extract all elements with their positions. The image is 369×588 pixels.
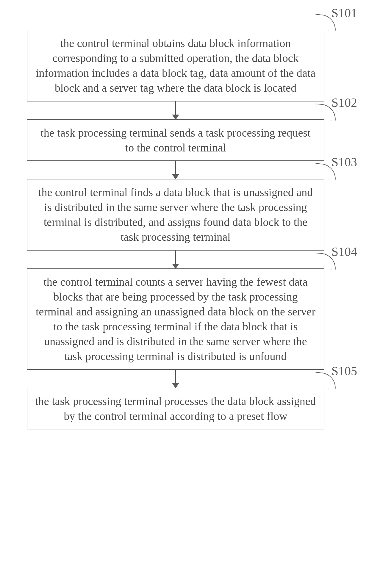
step-text: the control terminal obtains data block … xyxy=(36,37,315,94)
step-text: the task processing terminal sends a tas… xyxy=(40,126,311,154)
arrow-down-icon xyxy=(175,370,176,388)
flowchart: S101 the control terminal obtains data b… xyxy=(27,30,324,429)
step-box: the task processing terminal processes t… xyxy=(27,388,324,429)
step-s102: S102 the task processing terminal sends … xyxy=(27,119,324,161)
step-s104: S104 the control terminal counts a serve… xyxy=(27,268,324,370)
step-text: the task processing terminal processes t… xyxy=(35,395,316,422)
step-box: the control terminal obtains data block … xyxy=(27,30,324,101)
step-s103: S103 the control terminal finds a data b… xyxy=(27,179,324,251)
step-label: S105 xyxy=(332,364,357,378)
step-label: S103 xyxy=(332,155,357,169)
arrow-down-icon xyxy=(175,101,176,119)
arrow-down-icon xyxy=(175,161,176,179)
step-text: the control terminal counts a server hav… xyxy=(36,276,315,363)
step-label: S101 xyxy=(332,6,357,20)
step-s105: S105 the task processing terminal proces… xyxy=(27,388,324,429)
arrow-down-icon xyxy=(175,251,176,268)
step-box: the task processing terminal sends a tas… xyxy=(27,119,324,161)
step-box: the control terminal counts a server hav… xyxy=(27,268,324,370)
step-text: the control terminal finds a data block … xyxy=(38,186,313,243)
step-label: S102 xyxy=(332,96,357,110)
step-box: the control terminal finds a data block … xyxy=(27,179,324,251)
step-label: S104 xyxy=(332,245,357,259)
step-s101: S101 the control terminal obtains data b… xyxy=(27,30,324,101)
